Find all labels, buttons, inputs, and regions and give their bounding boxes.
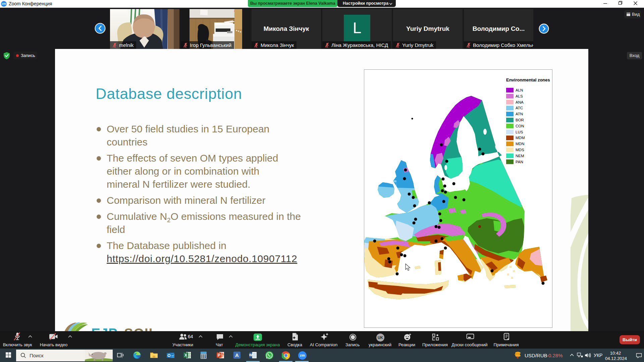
svg-text:ALN: ALN <box>516 88 523 92</box>
svg-text:ATN: ATN <box>516 112 523 116</box>
svg-text:MDM: MDM <box>516 136 525 140</box>
svg-text:EJP: EJP <box>91 326 118 331</box>
svg-text:CON: CON <box>516 124 524 128</box>
svg-text:Environmental zones: Environmental zones <box>506 77 550 82</box>
svg-text:PAN: PAN <box>516 160 523 164</box>
svg-text:X: X <box>184 353 187 358</box>
svg-text:P: P <box>218 353 220 358</box>
svg-text:MDS: MDS <box>516 148 524 152</box>
svg-text:LUS: LUS <box>516 130 523 134</box>
svg-text:MDN: MDN <box>516 142 524 146</box>
svg-text:O: O <box>167 353 170 358</box>
svg-text:NEM: NEM <box>516 154 524 158</box>
svg-text:SOIL: SOIL <box>124 326 157 331</box>
svg-text:ATC: ATC <box>516 106 523 110</box>
svg-text:W: W <box>249 353 253 357</box>
svg-text:ALS: ALS <box>516 94 523 98</box>
svg-text:BOR: BOR <box>516 118 524 122</box>
svg-text:ANA: ANA <box>516 100 524 104</box>
